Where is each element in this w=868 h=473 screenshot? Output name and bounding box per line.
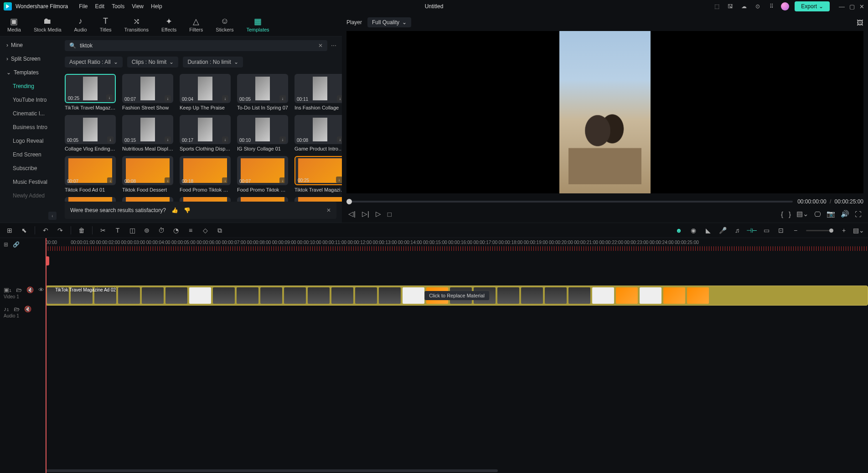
sidebar-sub-newly-added[interactable]: Newly Added — [0, 189, 59, 203]
download-icon[interactable]: ↓ — [279, 177, 286, 184]
template-card[interactable]: 00:07↓Fashion Street Show — [122, 74, 173, 110]
crop-tool-icon[interactable]: ◫ — [128, 226, 136, 234]
video-track-header[interactable]: ▣1 🗁 🔇 👁 Video 1 — [0, 285, 45, 301]
playhead[interactable] — [46, 238, 46, 473]
tab-audio[interactable]: ♪Audio — [74, 17, 87, 32]
save-icon[interactable]: 🖫 — [726, 2, 734, 10]
zoom-out-button[interactable]: − — [791, 226, 800, 234]
scrubber-handle-icon[interactable] — [346, 199, 352, 204]
menu-edit[interactable]: Edit — [95, 3, 105, 10]
download-icon[interactable]: ↓ — [279, 95, 286, 102]
sidebar-sub-end-screen[interactable]: End Screen — [0, 148, 59, 161]
menu-tools[interactable]: Tools — [112, 3, 124, 10]
ai-tool-icon[interactable]: ☻ — [675, 226, 683, 234]
play-forward-button[interactable]: ▷| — [362, 210, 369, 218]
template-thumb[interactable]: 00:07↓ — [237, 156, 288, 185]
track-settings-icon[interactable]: 🗁 — [14, 306, 20, 312]
clip-segment[interactable] — [308, 287, 330, 304]
download-icon[interactable]: ↓ — [165, 177, 171, 184]
quality-select[interactable]: Full Quality⌄ — [367, 17, 411, 27]
maximize-button[interactable]: ▢ — [849, 3, 855, 10]
template-card[interactable]: 00:04↓Keep Up The Praise — [180, 74, 231, 110]
adjust-tool-icon[interactable]: ≡ — [186, 226, 195, 234]
sidebar-sub-trending[interactable]: Trending — [0, 79, 59, 93]
template-thumb[interactable]: 00:08↓ — [294, 115, 342, 144]
snapshot-icon[interactable]: 🖼 — [857, 19, 863, 26]
sidebar-sub-cinematic[interactable]: Cinematic I... — [0, 107, 59, 120]
close-feedback-icon[interactable]: ✕ — [326, 207, 331, 213]
download-icon[interactable]: ↓ — [336, 177, 342, 183]
clip-segment[interactable] — [165, 287, 187, 304]
link-tool-icon[interactable]: 🔗 — [13, 241, 20, 248]
mark-in-icon[interactable]: { — [781, 210, 783, 218]
camera-icon[interactable]: 📷 — [827, 210, 835, 218]
undo-button[interactable]: ↶ — [41, 226, 50, 234]
scrollbar-thumb[interactable] — [46, 469, 498, 472]
volume-icon[interactable]: 🔊 — [841, 210, 849, 218]
template-thumb[interactable]: 00:08↓ — [122, 156, 173, 185]
tab-stock-media[interactable]: 🖿Stock Media — [34, 17, 62, 32]
tab-stickers[interactable]: ☺Stickers — [216, 17, 233, 32]
download-icon[interactable]: ↓ — [222, 95, 228, 102]
menu-help[interactable]: Help — [151, 3, 162, 10]
color-tool-icon[interactable]: ◔ — [172, 226, 180, 234]
template-thumb[interactable]: 00:10↓ — [237, 115, 288, 144]
clip-segment[interactable] — [142, 287, 164, 304]
template-card[interactable]: 00:18↓Food Promo Tiktok Vi... — [180, 156, 231, 192]
prev-frame-button[interactable]: ◁| — [348, 210, 356, 218]
options-icon[interactable]: ⋯ — [331, 42, 336, 49]
template-thumb[interactable]: 00:18↓ — [180, 156, 231, 185]
marker-tool-icon[interactable]: ◣ — [704, 226, 712, 234]
duration-tool-icon[interactable]: ⏱ — [157, 226, 165, 234]
clip-segment[interactable] — [260, 287, 282, 304]
cut-button[interactable]: ✂ — [99, 226, 107, 234]
device-icon[interactable]: ⬚ — [713, 2, 721, 10]
user-avatar-icon[interactable] — [781, 2, 789, 10]
sidebar-sub-business-intro[interactable]: Business Intro — [0, 120, 59, 134]
template-card[interactable]: ↓ — [180, 197, 231, 202]
clip-segment[interactable] — [545, 287, 567, 304]
download-icon[interactable]: ↓ — [337, 136, 342, 143]
clip-segment[interactable] — [640, 287, 661, 304]
speed-tool-icon[interactable]: ⊚ — [143, 226, 151, 234]
template-card[interactable]: 00:11↓Ins Fashion Collage — [294, 74, 342, 110]
template-thumb[interactable]: ↓ — [180, 197, 231, 202]
zoom-slider[interactable] — [806, 230, 833, 231]
clip-segment[interactable] — [355, 287, 377, 304]
template-card[interactable]: ↓ — [294, 197, 342, 202]
zoom-handle-icon[interactable] — [829, 229, 833, 233]
sidebar-collapse-button[interactable]: ‹ — [48, 212, 57, 220]
tab-media[interactable]: ▣Media — [7, 17, 21, 32]
tab-templates[interactable]: ▦Templates — [246, 17, 269, 32]
display-icon[interactable]: 🖵 — [814, 210, 821, 218]
playhead-handle-icon[interactable] — [46, 256, 49, 265]
text-tool-icon[interactable]: T — [114, 226, 122, 234]
delete-button[interactable]: 🗑 — [78, 226, 86, 234]
template-thumb[interactable]: 00:07↓ — [65, 156, 116, 185]
clip-segment[interactable] — [118, 287, 140, 304]
sidebar-item-split-screen[interactable]: ›Split Screen — [0, 52, 59, 66]
clip-segment[interactable] — [189, 287, 211, 304]
sidebar-sub-subscribe[interactable]: Subscribe — [0, 161, 59, 175]
filter-duration[interactable]: Duration : No limit⌄ — [183, 57, 243, 68]
template-card[interactable]: 00:25↓Tiktok Travel Magazin... — [294, 156, 342, 192]
close-button[interactable]: ✕ — [859, 3, 864, 10]
template-card[interactable]: 00:07↓Tiktok Food Ad 01 — [65, 156, 116, 192]
template-card[interactable]: ↓ — [65, 197, 116, 202]
template-card[interactable]: 00:25↓TikTok Travel Magazin... — [65, 74, 116, 110]
template-card[interactable]: 00:07↓Food Promo Tiktok Vi... — [237, 156, 288, 192]
template-card[interactable]: 00:08↓Tiktok Food Dessert — [122, 156, 173, 192]
empty-track-area[interactable] — [46, 251, 868, 285]
clip-segment[interactable] — [213, 287, 235, 304]
timeline-clip[interactable]: TikTok Travel Magazine Ad 02 Click to Re… — [46, 286, 868, 306]
template-thumb[interactable]: 00:05↓ — [237, 74, 288, 103]
time-ruler[interactable]: 00:0000:00:01:0000:00:02:0000:00:03:0000… — [46, 238, 868, 251]
template-thumb[interactable]: ↓ — [294, 197, 342, 202]
fullscreen-icon[interactable]: ⛶ — [855, 210, 862, 218]
apps-icon[interactable]: ⠿ — [767, 2, 775, 10]
template-thumb[interactable]: 00:04↓ — [180, 74, 231, 103]
template-thumb[interactable]: 00:11↓ — [294, 74, 342, 103]
tab-titles[interactable]: TTitles — [100, 17, 112, 32]
template-card[interactable]: ↓ — [237, 197, 288, 202]
group-tool-icon[interactable]: ⧉ — [216, 226, 224, 234]
